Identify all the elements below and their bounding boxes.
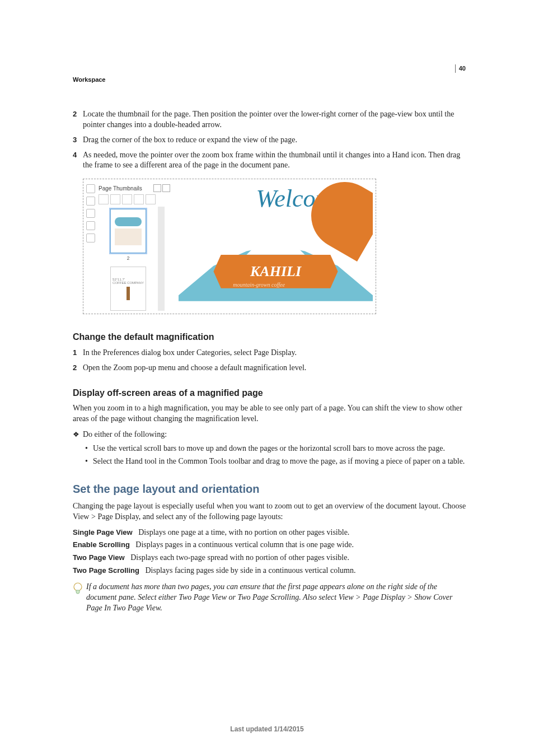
definition-term: Enable Scrolling [73,540,130,549]
step-item: 4 As needed, move the pointer over the z… [73,150,467,171]
step-number: 3 [73,135,83,146]
screenshot-figure: Page Thumbnails 2 52°11.7'COFFEE COMPANY [83,179,376,314]
paragraph: Changing the page layout is especially u… [73,501,467,522]
sub-bullet-item: • Use the vertical scroll bars to move u… [85,444,467,454]
thumbnails-list[interactable]: 2 52°11.7'COFFEE COMPANY [99,207,165,311]
running-header: Workspace [73,76,467,84]
heading-page-layout: Set the page layout and orientation [73,482,467,497]
tip-note: If a document has more than two pages, y… [73,582,467,614]
heading-display-offscreen: Display off-screen areas of a magnified … [73,387,467,399]
step-number: 2 [73,109,83,130]
definition-desc: Displays each two-page spread with no po… [130,553,349,562]
step-item: 3 Drag the corner of the box to reduce o… [73,135,467,146]
step-number: 4 [73,150,83,171]
collapse-button[interactable] [153,184,161,192]
definition-item: Enable Scrolling Displays pages in a con… [73,540,467,550]
close-button[interactable] [162,184,170,192]
bullet-marker: ❖ [73,430,83,440]
heading-change-magnification: Change the default magnification [73,331,467,343]
definition-term: Two Page Scrolling [73,566,139,575]
bullet-marker: • [85,444,93,454]
definition-item: Two Page View Displays each two-page spr… [73,553,467,563]
step-item: 1 In the Preferences dialog box under Ca… [73,348,467,358]
page-icon[interactable] [134,194,144,204]
bookmarks-icon[interactable] [86,197,95,206]
tip-text: If a document has more than two pages, y… [86,582,467,614]
sub-bullet-item: • Select the Hand tool in the Common Too… [85,456,467,467]
step-item: 2 Locate the thumbnail for the page. The… [73,109,467,130]
page-thumbnail[interactable] [110,209,146,253]
nav-icon-strip [86,182,96,311]
step-number: 1 [73,348,83,358]
pages-icon[interactable] [86,184,95,193]
svg-point-0 [74,583,82,591]
definition-desc: Displays one page at a time, with no por… [138,528,349,536]
definition-desc: Displays facing pages side by side in a … [145,566,355,575]
definition-desc: Displays pages in a continuous vertical … [135,540,354,549]
signatures-icon[interactable] [86,221,95,230]
brand-subtitle: mountain-grown coffee [233,282,285,288]
bullet-text: Do either of the following: [83,430,467,440]
step-number: 2 [73,363,83,374]
definition-term: Single Page View [73,528,133,536]
lightbulb-icon [73,582,83,595]
page-number: 40 [455,64,466,73]
bullet-marker: • [85,456,93,467]
step-text: Drag the corner of the box to reduce or … [83,135,467,146]
page-footer: Last updated 1/14/2015 [0,725,534,734]
step-text: As needed, move the pointer over the zoo… [83,150,467,171]
step-item: 2 Open the Zoom pop-up menu and choose a… [73,363,467,374]
attachments-icon[interactable] [86,209,95,218]
step-text: Locate the thumbnail for the page. Then … [83,109,467,130]
thumbnails-panel: Page Thumbnails 2 52°11.7'COFFEE COMPANY [86,182,170,311]
step-text: In the Preferences dialog box under Cate… [83,348,467,358]
panel-header: Page Thumbnails [99,183,170,193]
bullet-text: Use the vertical scroll bars to move up … [93,444,467,454]
layers-icon[interactable] [86,234,95,242]
bullet-item: ❖ Do either of the following: [73,430,467,440]
bullet-text: Select the Hand tool in the Common Tools… [93,456,467,467]
brand-name: KAHILI [250,263,301,280]
thumbnail-label: 2 [127,255,129,261]
document-pane[interactable]: Welcome to KAHILI mountain-grown coffee [179,182,373,311]
mountain-peak [246,227,305,255]
step-text: Open the Zoom pop-up menu and choose a d… [83,363,467,374]
replace-icon[interactable] [146,194,156,204]
paragraph: When you zoom in to a high magnification… [73,403,467,424]
panel-title: Page Thumbnails [99,185,152,192]
panel-toolbar [99,194,165,204]
definition-item: Two Page Scrolling Displays facing pages… [73,566,467,576]
page-thumbnail[interactable]: 52°11.7'COFFEE COMPANY [110,267,146,311]
definition-term: Two Page View [73,553,125,562]
trash-icon[interactable] [110,194,120,204]
document-page: Workspace 40 2 Locate the thumbnail for … [0,0,534,756]
definition-item: Single Page View Displays one page at a … [73,528,467,538]
print-icon[interactable] [122,194,132,204]
options-icon[interactable] [99,194,109,204]
